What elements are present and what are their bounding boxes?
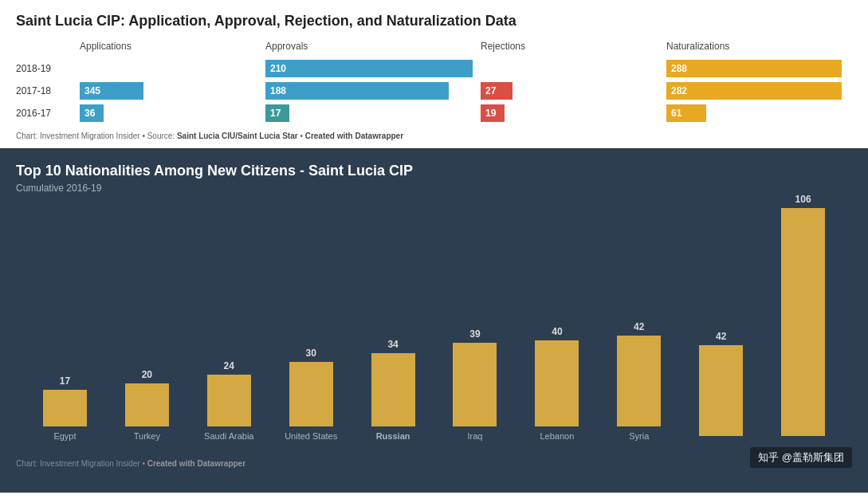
top-bar-chart-grid: Applications Approvals Rejections Natura… [16, 41, 852, 122]
rejections-2017-18: 27 [481, 82, 666, 100]
bottom-chart-caption: Chart: Investment Migration Insider • Cr… [16, 459, 245, 468]
col-header-naturalizations: Naturalizations [666, 41, 852, 55]
bar-rejections-2016-17: 19 [481, 104, 505, 122]
top-chart-section: Saint Lucia CIP: Application, Approval, … [0, 0, 868, 150]
bar-value-saudi-arabia: 24 [224, 360, 234, 371]
year-2018-19: 2018-19 [16, 63, 80, 74]
bar-name-united-states: United States [285, 431, 337, 441]
bar-name-russian: Russian [376, 431, 410, 441]
bar-naturalizations-2016-17: 61 [666, 104, 706, 122]
bar-column-10: 106 [762, 194, 844, 441]
bottom-chart-section: Top 10 Nationalities Among New Citizens … [0, 150, 868, 493]
year-2016-17: 2016-17 [16, 108, 80, 119]
bar-applications-2017-18: 345 [80, 82, 143, 100]
bottom-chart-subtitle: Cumulative 2016-19 [16, 183, 852, 194]
bar-value-lebanon: 40 [552, 326, 562, 337]
bar-rect-egypt [43, 390, 87, 426]
naturalizations-2016-17: 61 [666, 104, 852, 122]
bar-value-syria: 42 [634, 321, 644, 332]
bar-column-9: 42 [680, 331, 762, 441]
top-chart-caption: Chart: Investment Migration Insider • So… [16, 132, 852, 140]
bar-applications-2016-17: 36 [80, 104, 104, 122]
bar-rect-saudi-arabia [207, 375, 251, 426]
bar-approvals-2018-19: 210 [265, 60, 473, 77]
bar-name-saudi-arabia: Saudi Arabia [204, 431, 253, 441]
bar-rect-syria [617, 336, 661, 426]
bar-approvals-2016-17: 17 [265, 104, 289, 122]
bar-value-9: 42 [716, 331, 726, 342]
bar-column-saudi-arabia: 24 Saudi Arabia [188, 360, 270, 441]
col-header-rejections: Rejections [481, 41, 666, 55]
bar-rect-9 [699, 345, 743, 436]
bar-column-russian: 34 Russian [352, 339, 434, 441]
bar-column-iraq: 39 Iraq [434, 328, 516, 441]
app-2016-17: 36 [80, 104, 265, 122]
bar-rect-10 [781, 208, 825, 436]
bar-name-syria: Syria [629, 431, 649, 441]
bar-value-10: 106 [795, 194, 811, 205]
bar-rect-turkey [125, 383, 169, 426]
bar-naturalizations-2018-19: 288 [666, 60, 842, 77]
year-2017-18: 2017-18 [16, 85, 80, 96]
bar-rect-russian [371, 353, 415, 426]
bar-name-iraq: Iraq [468, 431, 483, 441]
bottom-chart-title: Top 10 Nationalities Among New Citizens … [16, 163, 852, 179]
naturalizations-2018-19: 288 [666, 60, 852, 77]
app-2017-18: 345 [80, 82, 265, 100]
rejections-2016-17: 19 [481, 104, 666, 122]
bar-value-russian: 34 [387, 339, 398, 350]
bar-approvals-2017-18: 188 [265, 82, 449, 100]
bar-name-turkey: Turkey [134, 431, 160, 441]
bottom-bar-chart: 17 Egypt 20 Turkey 24 Saudi Arabia 30 Un… [16, 210, 852, 441]
bar-column-egypt: 17 Egypt [24, 375, 106, 441]
bar-name-egypt: Egypt [53, 431, 76, 441]
col-header-applications: Applications [80, 41, 265, 55]
bar-value-egypt: 17 [60, 375, 70, 387]
watermark: 知乎 @盖勒斯集团 [750, 447, 852, 468]
bar-name-lebanon: Lebanon [540, 431, 574, 441]
bar-value-iraq: 39 [469, 328, 480, 340]
bar-rect-iraq [453, 343, 497, 426]
bar-column-turkey: 20 Turkey [106, 369, 188, 441]
bar-column-united-states: 30 United States [270, 348, 352, 441]
col-header-empty [16, 46, 80, 49]
approvals-2017-18: 188 [265, 82, 481, 100]
bar-column-lebanon: 40 Lebanon [516, 326, 598, 441]
bar-value-turkey: 20 [142, 369, 152, 380]
top-chart-title: Saint Lucia CIP: Application, Approval, … [16, 13, 852, 29]
bar-rect-united-states [289, 362, 333, 426]
bar-naturalizations-2017-18: 282 [666, 82, 842, 100]
col-header-approvals: Approvals [265, 41, 481, 55]
bar-rejections-2017-18: 27 [481, 82, 513, 100]
bar-rect-lebanon [535, 340, 579, 426]
approvals-2018-19: 210 [265, 60, 481, 77]
bar-column-syria: 42 Syria [598, 321, 680, 441]
approvals-2016-17: 17 [265, 104, 481, 122]
naturalizations-2017-18: 282 [666, 82, 852, 100]
bar-value-united-states: 30 [305, 348, 316, 359]
